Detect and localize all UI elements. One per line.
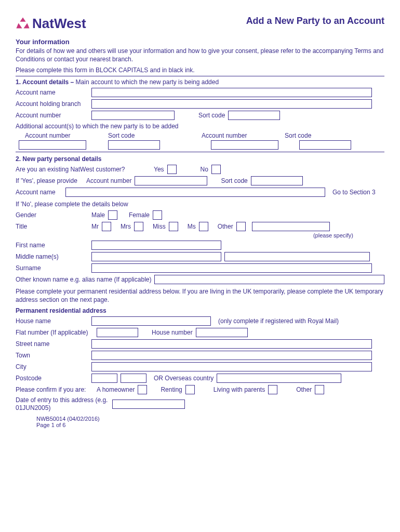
first-name-input[interactable] — [91, 241, 221, 250]
postcode-label: Postcode — [16, 375, 88, 382]
holding-branch-row: Account holding branch — [16, 99, 384, 109]
other-known-input[interactable] — [154, 275, 384, 284]
confirm-if-label: Please confirm if you are: — [16, 386, 94, 393]
sort-code-label: Sort code — [198, 112, 225, 119]
title-row: Title Mr Mrs Miss Ms Other — [16, 222, 384, 231]
additional-inputs-row — [16, 140, 384, 150]
additional-accounts-text: Additional account(s) to which the new p… — [16, 122, 384, 130]
existing-acct-label: Account number — [86, 177, 131, 184]
homeowner-checkbox[interactable] — [138, 385, 147, 394]
house-name-label: House name — [16, 317, 88, 325]
street-name-row: Street name — [16, 339, 384, 349]
gender-label: Gender — [16, 211, 88, 219]
overseas-input[interactable] — [217, 374, 341, 383]
postcode-input-2[interactable] — [121, 374, 146, 383]
section-2-heading: 2. New party personal details — [16, 155, 384, 163]
middle-names-input-2[interactable] — [224, 252, 370, 261]
your-info-text: For details of how we and others will us… — [16, 47, 384, 63]
mr-label: Mr — [91, 223, 99, 230]
middle-names-input-1[interactable] — [91, 252, 221, 261]
if-yes-row: If 'Yes', please provide Account number … — [16, 176, 384, 185]
no-label: No — [201, 166, 208, 173]
your-info-heading: Your information — [16, 38, 384, 46]
homeowner-label: A homeowner — [97, 386, 135, 393]
existing-customer-row: Are you an existing NatWest customer? Ye… — [16, 165, 384, 174]
header: NatWest Add a New Party to an Account — [16, 16, 384, 32]
addl-sort-1-input[interactable] — [108, 140, 160, 150]
other-housing-checkbox[interactable] — [315, 385, 324, 394]
footer: NWB50014 (04/02/2016) Page 1 of 6 — [36, 416, 384, 428]
svg-marker-1 — [16, 23, 22, 28]
living-parents-checkbox[interactable] — [268, 385, 277, 394]
date-entry-input[interactable] — [112, 400, 185, 409]
svg-marker-0 — [20, 17, 25, 21]
overseas-label: OR Overseas country — [154, 375, 214, 382]
col-acct-1: Account number — [25, 132, 87, 139]
street-name-input[interactable] — [91, 339, 372, 349]
form-page: NatWest Add a New Party to an Account Yo… — [0, 0, 400, 532]
account-name-label: Account name — [16, 89, 88, 96]
ms-label: Ms — [188, 223, 196, 230]
middle-names-label: Middle name(s) — [16, 253, 88, 260]
existing-acct-input[interactable] — [135, 176, 207, 185]
holding-branch-input[interactable] — [91, 99, 372, 109]
existing-account-name-row: Account name Go to Section 3 — [16, 188, 384, 197]
town-input[interactable] — [91, 351, 372, 360]
postcode-row: Postcode OR Overseas country — [16, 374, 384, 383]
date-entry-label: Date of entry to this address (e.g. 01JU… — [16, 396, 109, 411]
renting-checkbox[interactable] — [185, 385, 195, 394]
city-row: City — [16, 362, 384, 371]
title-label: Title — [16, 223, 88, 230]
sort-code-input[interactable] — [228, 111, 280, 120]
block-capitals-instruction: Please complete this form in BLOCK CAPIT… — [16, 66, 384, 74]
other-title-input[interactable] — [252, 222, 330, 231]
house-number-input[interactable] — [196, 328, 248, 337]
first-name-label: First name — [16, 242, 88, 249]
account-name-input[interactable] — [91, 88, 372, 97]
gender-row: Gender Male Female — [16, 210, 384, 220]
account-number-label: Account number — [16, 112, 88, 119]
mr-checkbox[interactable] — [102, 222, 111, 231]
ms-checkbox[interactable] — [199, 222, 208, 231]
living-parents-label: Living with parents — [214, 386, 265, 393]
divider — [16, 76, 384, 76]
form-ref: NWB50014 (04/02/2016) — [36, 416, 384, 422]
addl-sort-2-input[interactable] — [299, 140, 351, 150]
no-checkbox[interactable] — [211, 165, 221, 174]
other-title-label: Other — [218, 223, 233, 230]
female-checkbox[interactable] — [153, 210, 162, 220]
yes-checkbox[interactable] — [167, 165, 177, 174]
house-number-label: House number — [152, 329, 193, 336]
town-row: Town — [16, 351, 384, 360]
flat-number-label: Flat number (If applicable) — [16, 329, 94, 336]
existing-acct-name-label: Account name — [16, 189, 62, 196]
account-name-row: Account name — [16, 88, 384, 97]
city-input[interactable] — [91, 362, 372, 371]
section-1-sub: Main account to which the new party is b… — [76, 78, 219, 86]
page-title: Add a New Party to an Account — [246, 16, 384, 26]
addl-acct-1-input[interactable] — [19, 140, 86, 150]
house-name-input[interactable] — [91, 316, 211, 326]
miss-checkbox[interactable] — [169, 222, 178, 231]
section-1-header: 1. Account details – Main account to whi… — [16, 78, 384, 86]
please-specify: (please specify) — [16, 232, 353, 238]
account-number-input[interactable] — [91, 111, 175, 120]
address-instruction: Please complete your permanent residenti… — [16, 287, 384, 304]
flat-number-row: Flat number (If applicable) House number — [16, 328, 384, 337]
postcode-input-1[interactable] — [91, 374, 117, 383]
col-sort-1: Sort code — [108, 132, 160, 139]
other-title-checkbox[interactable] — [236, 222, 246, 231]
existing-acct-name-input[interactable] — [65, 188, 325, 197]
col-acct-2: Account number — [202, 132, 264, 139]
existing-sort-input[interactable] — [251, 176, 303, 185]
male-checkbox[interactable] — [108, 210, 117, 220]
flat-number-input[interactable] — [97, 328, 138, 337]
mrs-label: Mrs — [121, 223, 131, 230]
surname-input[interactable] — [91, 263, 372, 273]
natwest-logo-icon — [16, 17, 30, 31]
date-entry-row: Date of entry to this address (e.g. 01JU… — [16, 396, 384, 411]
addl-acct-2-input[interactable] — [211, 140, 278, 150]
other-known-label: Other known name e.g. alias name (If app… — [16, 276, 151, 283]
other-housing-label: Other — [296, 386, 312, 393]
mrs-checkbox[interactable] — [134, 222, 143, 231]
